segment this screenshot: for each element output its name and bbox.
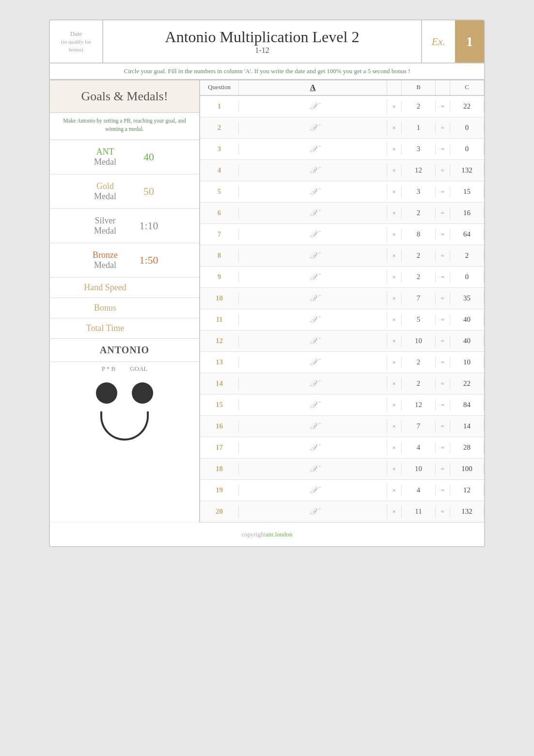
header-number: 1	[455, 20, 484, 63]
cell-b: 10	[402, 335, 436, 347]
cell-a[interactable]: 𝒳	[239, 142, 387, 157]
cell-question: 16	[200, 420, 239, 432]
cell-eq: =	[436, 485, 450, 496]
cell-a[interactable]: 𝒳	[239, 120, 387, 135]
cell-op: ×	[387, 378, 402, 390]
bronze-medal-value[interactable]: 1:50	[134, 254, 163, 267]
cell-a[interactable]: 𝒳	[239, 483, 387, 498]
face-section	[50, 375, 199, 450]
cell-eq: =	[436, 399, 450, 411]
cell-a[interactable]: 𝒳	[239, 355, 387, 370]
table-row: 18 𝒳 × 10 = 100	[200, 458, 484, 480]
cell-c: 35	[450, 292, 484, 304]
cell-question: 19	[200, 484, 239, 496]
pb-goal-row: P * B GOAL	[50, 362, 199, 375]
cell-c: 100	[450, 463, 484, 475]
ant-medal-value[interactable]: 40	[134, 151, 163, 163]
cell-question: 15	[200, 399, 239, 411]
cell-b: 3	[402, 186, 436, 198]
cell-op: ×	[387, 506, 402, 518]
cell-eq: =	[436, 463, 450, 475]
cell-eq: =	[436, 271, 450, 283]
cell-c: 12	[450, 484, 484, 496]
cell-op: ×	[387, 442, 402, 454]
cell-op: ×	[387, 186, 402, 198]
cell-a[interactable]: 𝒳	[239, 205, 387, 220]
cell-b: 4	[402, 484, 436, 496]
cell-a[interactable]: 𝒳	[239, 504, 387, 519]
gold-medal-row: Gold Medal 50	[50, 174, 199, 209]
main-content: Goals & Medals! Make Antonio by setting …	[50, 80, 484, 522]
cell-a[interactable]: 𝒳	[239, 163, 387, 178]
cell-eq: =	[436, 506, 450, 518]
cell-question: 20	[200, 505, 239, 518]
table-row: 7 𝒳 × 8 = 64	[200, 224, 484, 245]
cell-c: 28	[450, 441, 484, 454]
cell-eq: =	[436, 357, 450, 368]
cell-a[interactable]: 𝒳	[239, 376, 387, 391]
cell-c: 0	[450, 271, 484, 283]
cell-a[interactable]: 𝒳	[239, 248, 387, 263]
table-row: 2 𝒳 × 1 = 0	[200, 117, 484, 139]
cell-eq: =	[436, 378, 450, 390]
hand-speed-section: Hand Speed	[50, 278, 199, 298]
hand-speed-label: Hand Speed	[84, 283, 126, 293]
cell-a[interactable]: 𝒳	[239, 99, 387, 114]
table-row: 19 𝒳 × 4 = 12	[200, 480, 484, 501]
table-row: 9 𝒳 × 2 = 0	[200, 267, 484, 288]
cell-question: 4	[200, 164, 239, 176]
cell-op: ×	[387, 250, 402, 262]
cell-op: ×	[387, 207, 402, 219]
table-row: 12 𝒳 × 10 = 40	[200, 331, 484, 352]
table-row: 11 𝒳 × 5 = 40	[200, 309, 484, 331]
cell-b: 7	[402, 420, 436, 432]
cell-b: 8	[402, 228, 436, 240]
title: Antonio Multiplication Level 2	[165, 28, 360, 46]
col-a: A	[239, 80, 387, 95]
cell-b: 2	[402, 356, 436, 368]
cell-c: 0	[450, 122, 484, 134]
cell-question: 10	[200, 292, 239, 304]
cell-op: ×	[387, 229, 402, 240]
cell-c: 40	[450, 335, 484, 347]
ant-medal-label: ANT Medal	[86, 147, 125, 167]
table-row: 10 𝒳 × 7 = 35	[200, 288, 484, 309]
cell-a[interactable]: 𝒳	[239, 419, 387, 434]
cell-a[interactable]: 𝒳	[239, 291, 387, 306]
cell-question: 18	[200, 463, 239, 475]
cell-a[interactable]: 𝒳	[239, 227, 387, 242]
cell-a[interactable]: 𝒳	[239, 312, 387, 327]
cell-a[interactable]: 𝒳	[239, 269, 387, 284]
table-row: 6 𝒳 × 2 = 16	[200, 203, 484, 224]
cell-c: 14	[450, 420, 484, 432]
cell-c: 22	[450, 378, 484, 390]
cell-eq: =	[436, 421, 450, 432]
page: Date (to qualify for bonus) Antonio Mult…	[49, 19, 485, 547]
table-row: 17 𝒳 × 4 = 28	[200, 437, 484, 458]
gold-medal-value[interactable]: 50	[134, 185, 163, 198]
cell-a[interactable]: 𝒳	[239, 333, 387, 348]
right-panel: Question A B C 1 𝒳 × 2 = 22 2 𝒳 × 1 = 0	[200, 80, 484, 522]
cell-c: 10	[450, 356, 484, 368]
cell-op: ×	[387, 335, 402, 347]
cell-op: ×	[387, 122, 402, 134]
cell-op: ×	[387, 101, 402, 112]
cell-question: 8	[200, 250, 239, 262]
cell-a[interactable]: 𝒳	[239, 440, 387, 455]
silver-medal-value[interactable]: 1:10	[134, 220, 163, 232]
cell-op: ×	[387, 421, 402, 432]
cell-question: 6	[200, 207, 239, 219]
header-date: Date (to qualify for bonus)	[50, 20, 103, 63]
table-row: 1 𝒳 × 2 = 22	[200, 96, 484, 117]
goals-header: Goals & Medals!	[50, 80, 199, 113]
cell-a[interactable]: 𝒳	[239, 461, 387, 476]
table-row: 13 𝒳 × 2 = 10	[200, 352, 484, 373]
cell-c: 15	[450, 186, 484, 198]
cell-question: 12	[200, 335, 239, 347]
cell-a[interactable]: 𝒳	[239, 184, 387, 199]
cell-op: ×	[387, 357, 402, 368]
cell-a[interactable]: 𝒳	[239, 397, 387, 412]
cell-question: 3	[200, 143, 239, 155]
gold-medal-label: Gold Medal	[86, 181, 125, 202]
cell-op: ×	[387, 399, 402, 411]
